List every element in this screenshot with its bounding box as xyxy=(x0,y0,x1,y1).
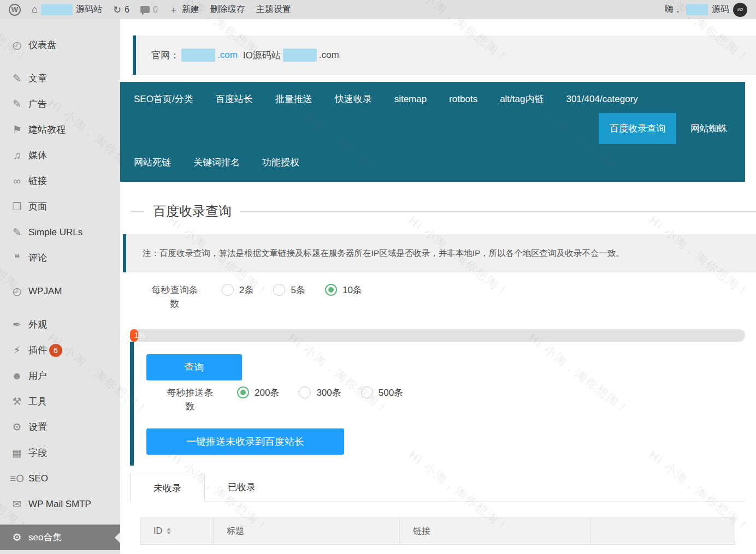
seo-icon: ≡O xyxy=(8,473,26,485)
sidebar-item-media[interactable]: ♫ 媒体 xyxy=(0,142,120,168)
sidebar-item-label: WP Mail SMTP xyxy=(28,499,91,510)
radio-icon[interactable] xyxy=(299,386,311,398)
radio-label: 300条 xyxy=(316,386,341,399)
avatar: I/O xyxy=(733,3,747,17)
sidebar-item-seo-collection[interactable]: ⚙ seo合集 xyxy=(0,525,120,550)
redacted-site-name xyxy=(41,4,73,15)
sidebar-item-wpjam[interactable]: ◴ WPJAM xyxy=(0,278,120,304)
sidebar-item-label: 链接 xyxy=(28,175,47,187)
sidebar-item-dashboard[interactable]: ◴ 仪表盘 xyxy=(0,32,120,58)
seo-menu-item-keyword-ranking[interactable]: 关键词排名 xyxy=(193,156,240,169)
clear-cache-link[interactable]: 删除缓存 xyxy=(210,4,245,15)
sidebar-item-label: 页面 xyxy=(28,200,47,213)
new-content-menu[interactable]: ＋ 新建 xyxy=(169,3,199,16)
sidebar-item-settings[interactable]: ⚙ 设置 xyxy=(0,414,120,440)
media-icon: ♫ xyxy=(8,150,26,162)
gear-icon: ⚙ xyxy=(8,531,26,544)
official-site-link[interactable]: .com xyxy=(217,50,238,61)
tab-unincluded[interactable]: 未收录 xyxy=(130,474,205,502)
comments-icon xyxy=(140,6,150,13)
progress-percent: 1% xyxy=(134,329,145,342)
sidebar-item-tutorials[interactable]: ⚑ 建站教程 xyxy=(0,117,120,142)
dashboard-icon: ◴ xyxy=(8,39,26,51)
sidebar-item-ads[interactable]: ✎ 广告 xyxy=(0,91,120,117)
wordpress-logo-menu[interactable]: W xyxy=(9,4,21,16)
results-table-header: ID 标题 链接 xyxy=(140,517,735,545)
clear-cache-label: 删除缓存 xyxy=(210,4,245,15)
radio-icon[interactable] xyxy=(361,386,373,398)
column-header-title: 标题 xyxy=(227,526,244,537)
radio-icon[interactable] xyxy=(273,284,285,296)
sidebar-item-wp-mail-smtp[interactable]: ✉ WP Mail SMTP xyxy=(0,491,120,517)
sidebar-item-plugins[interactable]: ⚡ 插件 6 xyxy=(0,337,120,363)
seo-menu-item-home-category[interactable]: SEO首页/分类 xyxy=(134,93,193,105)
seo-menu-item-batch-push[interactable]: 批量推送 xyxy=(275,93,312,105)
theme-settings-label: 主题设置 xyxy=(256,4,291,15)
seo-menu-item-dead-links[interactable]: 网站死链 xyxy=(134,156,171,169)
seo-menu-item-baidu-webmaster[interactable]: 百度站长 xyxy=(216,93,253,105)
seo-menu-item-site-spider[interactable]: 网站蜘蛛 xyxy=(690,122,728,135)
sidebar-item-pages[interactable]: ❐ 页面 xyxy=(0,194,120,219)
radio-push-200[interactable]: 200条 xyxy=(237,386,279,399)
comments-link[interactable]: 0 xyxy=(140,5,158,15)
new-label: 新建 xyxy=(182,4,199,15)
radio-icon[interactable] xyxy=(222,284,234,296)
pin-icon: ✎ xyxy=(8,72,26,85)
notice-suffix: .com xyxy=(319,50,339,61)
result-tabs: 未收录 已收录 xyxy=(130,474,745,502)
sidebar-item-label: 插件 xyxy=(28,344,47,356)
query-button[interactable]: 查询 xyxy=(146,354,242,380)
column-header-empty xyxy=(590,518,735,544)
account-menu[interactable]: 嗨， 源码 I/O xyxy=(665,3,747,17)
flag-icon: ⚑ xyxy=(8,123,26,136)
tab-included[interactable]: 已收录 xyxy=(205,473,279,502)
plugin-icon: ⚡ xyxy=(8,344,26,356)
radio-push-300[interactable]: 300条 xyxy=(299,386,341,399)
sidebar-item-label: 字段 xyxy=(28,446,47,459)
sort-icon[interactable] xyxy=(167,528,171,534)
sidebar-item-tools[interactable]: ⚒ 工具 xyxy=(0,389,120,414)
theme-settings-link[interactable]: 主题设置 xyxy=(256,4,291,15)
plus-icon: ＋ xyxy=(169,3,179,16)
push-rate-label: 每秒推送条数 xyxy=(163,386,217,413)
radio-label: 10条 xyxy=(342,283,362,296)
radio-query-10[interactable]: 10条 xyxy=(325,283,362,296)
sidebar-item-appearance[interactable]: ✒ 外观 xyxy=(0,312,120,337)
sidebar-item-fields[interactable]: ▦ 字段 xyxy=(0,440,120,466)
seo-menu-item-rotbots[interactable]: rotbots xyxy=(449,94,477,105)
column-header-id: ID xyxy=(153,526,162,536)
radio-query-5[interactable]: 5条 xyxy=(273,283,305,296)
table-icon: ▦ xyxy=(8,446,26,459)
sidebar-item-posts[interactable]: ✎ 文章 xyxy=(0,65,120,91)
radio-checked-icon[interactable] xyxy=(237,386,249,398)
seo-menu-item-feature-auth[interactable]: 功能授权 xyxy=(262,156,299,169)
comments-count: 0 xyxy=(153,5,158,15)
seo-menu-item-alt-tag-links[interactable]: alt/tag内链 xyxy=(500,93,544,105)
sidebar-item-comments[interactable]: ❝ 评论 xyxy=(0,245,120,271)
push-unincluded-button[interactable]: 一键推送未收录到百度站长 xyxy=(146,428,344,455)
comment-icon: ❝ xyxy=(8,252,26,264)
radio-checked-icon[interactable] xyxy=(325,284,337,296)
link-icon: ∞ xyxy=(8,175,26,187)
radio-label: 5条 xyxy=(291,283,305,296)
seo-menu-item-fast-include[interactable]: 快速收录 xyxy=(335,93,372,105)
sidebar-item-seo[interactable]: ≡O SEO xyxy=(0,466,120,491)
gauge-icon: ◴ xyxy=(8,285,26,297)
settings-icon: ⚙ xyxy=(8,421,26,433)
notice-middle: IO源码站 xyxy=(243,49,281,62)
seo-menu-item-301-404-category[interactable]: 301/404/category xyxy=(566,94,637,105)
updates-link[interactable]: ↻ 6 xyxy=(113,4,129,16)
seo-menu-item-baidu-include-query[interactable]: 百度收录查询 xyxy=(599,113,676,144)
radio-query-2[interactable]: 2条 xyxy=(222,283,253,296)
sidebar-item-users[interactable]: ☻ 用户 xyxy=(0,363,120,389)
sidebar-item-links[interactable]: ∞ 链接 xyxy=(0,168,120,194)
sidebar-item-simple-urls[interactable]: ✎ Simple URLs xyxy=(0,219,120,245)
site-name-link[interactable]: ⌂ 源码站 xyxy=(32,4,102,15)
radio-push-500[interactable]: 500条 xyxy=(361,386,403,399)
wordpress-logo-icon: W xyxy=(9,4,21,16)
seo-menu-item-sitemap[interactable]: sitemap xyxy=(394,94,427,105)
sidebar-item-label: 媒体 xyxy=(28,149,47,162)
pin-icon: ✎ xyxy=(8,98,26,110)
redacted-domain xyxy=(181,49,215,62)
sidebar-item-label: SEO xyxy=(28,473,48,484)
